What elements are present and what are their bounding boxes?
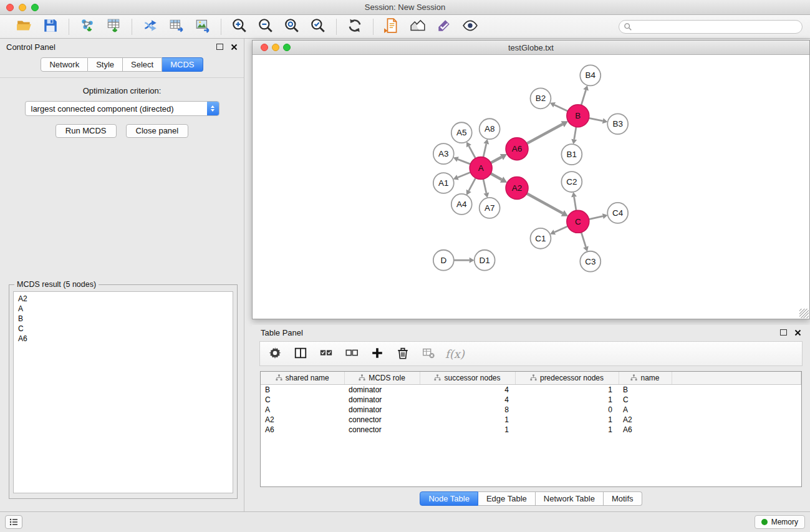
cell-mcds-role: dominator — [344, 405, 420, 415]
zoom-window-button[interactable] — [31, 4, 39, 11]
column-header-shared-name[interactable]: shared name — [261, 372, 344, 384]
import-table-button[interactable] — [103, 17, 124, 37]
close-panel-button[interactable]: Close panel — [126, 124, 189, 138]
mcds-result-item: B — [18, 314, 228, 324]
select-all-button[interactable] — [317, 345, 335, 362]
zoom-out-button[interactable] — [255, 17, 276, 37]
edge-A-A3[interactable] — [458, 159, 470, 164]
node-label-A1: A1 — [438, 178, 448, 188]
document-export-button[interactable] — [381, 17, 402, 37]
close-window-button[interactable] — [6, 4, 14, 11]
column-header-successor-nodes[interactable]: successor nodes — [420, 372, 515, 384]
show-hide-eye-button[interactable] — [460, 17, 481, 37]
cell-mcds-role: dominator — [344, 384, 420, 395]
table-row[interactable]: A2connector11A2 — [261, 415, 801, 425]
column-header-name[interactable]: name — [619, 372, 672, 384]
status-list-button[interactable] — [5, 515, 22, 529]
resize-grip[interactable] — [799, 309, 809, 318]
tab-mcds[interactable]: MCDS — [162, 57, 203, 72]
float-table-panel-icon[interactable] — [780, 329, 787, 336]
add-column-button[interactable] — [369, 345, 386, 362]
settings-gear-button[interactable] — [266, 345, 284, 362]
open-session-button[interactable] — [14, 17, 35, 37]
zoom-in-button[interactable] — [229, 17, 250, 37]
node-label-A8: A8 — [485, 124, 494, 133]
cell-shared-name: A6 — [261, 425, 344, 435]
tab-motifs[interactable]: Motifs — [604, 491, 642, 506]
toolbar-group — [132, 17, 221, 37]
table-row[interactable]: Cdominator41C — [261, 395, 801, 405]
minimize-window-button[interactable] — [19, 4, 26, 11]
column-header-predecessor-nodes[interactable]: predecessor nodes — [515, 372, 619, 384]
status-bar: Memory — [0, 511, 810, 532]
edge-A6-B[interactable] — [527, 124, 562, 143]
optimization-criterion-label: Optimization criterion: — [0, 86, 244, 95]
select-stepper-icon — [207, 102, 219, 115]
graphics-details-button[interactable] — [433, 17, 455, 37]
export-image-button[interactable] — [192, 17, 213, 37]
memory-button[interactable]: Memory — [755, 515, 805, 529]
first-neighbors-button[interactable] — [407, 17, 428, 37]
close-panel-icon[interactable] — [231, 44, 238, 51]
table-row[interactable]: Bdominator41B — [261, 384, 801, 395]
column-chooser-button[interactable] — [292, 345, 309, 362]
optimization-select[interactable]: largest connected component (directed) — [25, 101, 219, 116]
column-label: successor nodes — [444, 374, 500, 382]
node-label-A3: A3 — [438, 149, 448, 158]
edge-A-A2[interactable] — [491, 173, 502, 180]
node-label-C1: C1 — [535, 234, 546, 243]
mcds-result-item: C — [18, 324, 228, 334]
edge-arrowhead — [571, 192, 577, 198]
export-network-button[interactable] — [140, 17, 161, 37]
edge-A-A8[interactable] — [483, 144, 486, 157]
export-table-button[interactable] — [166, 17, 187, 37]
network-zoom-button[interactable] — [283, 44, 291, 51]
delete-column-button[interactable] — [394, 345, 412, 362]
network-canvas[interactable]: B4B2BB3A5A8A6B1A3AC2A1A2A4A7C4CC1C3DD1 — [253, 55, 809, 319]
delete-table-button[interactable] — [420, 345, 437, 362]
edge-C-C4[interactable] — [589, 216, 602, 220]
tab-network[interactable]: Network — [41, 57, 88, 72]
edge-A-A5[interactable] — [469, 146, 476, 158]
tab-select[interactable]: Select — [123, 57, 162, 72]
edge-A-A4[interactable] — [469, 178, 476, 190]
run-mcds-button[interactable]: Run MCDS — [55, 124, 117, 138]
tab-node-table[interactable]: Node Table — [420, 491, 478, 506]
table-row[interactable]: A6connector11A6 — [261, 425, 801, 435]
network-close-button[interactable] — [261, 44, 268, 51]
edge-C-C2[interactable] — [574, 197, 576, 211]
zoom-selected-button[interactable] — [307, 17, 329, 37]
import-network-button[interactable] — [77, 17, 98, 37]
close-table-panel-icon[interactable] — [794, 329, 801, 336]
list-icon — [9, 517, 19, 527]
network-window-title: testGlobe.txt — [253, 43, 809, 52]
zoom-fit-button[interactable] — [281, 17, 302, 37]
control-panel-tabs: NetworkStyleSelectMCDS — [0, 57, 244, 72]
edge-A-A7[interactable] — [483, 179, 486, 193]
edge-A2-C[interactable] — [527, 193, 563, 213]
tab-edge-table[interactable]: Edge Table — [478, 491, 536, 506]
settings-gear-icon — [268, 346, 282, 362]
table-row[interactable]: Adominator80A — [261, 405, 801, 415]
edge-B-B3[interactable] — [589, 118, 602, 121]
edge-B-B1[interactable] — [574, 127, 576, 139]
cell-predecessor-nodes: 1 — [515, 425, 619, 435]
network-minimize-button[interactable] — [272, 44, 279, 51]
function-builder-button[interactable]: f(x) — [445, 345, 465, 362]
node-label-A4: A4 — [456, 200, 467, 209]
deselect-all-button[interactable] — [343, 345, 360, 362]
tab-style[interactable]: Style — [88, 57, 123, 72]
float-panel-icon[interactable] — [216, 44, 223, 50]
refresh-button[interactable] — [344, 17, 365, 37]
edge-C-C1[interactable] — [554, 226, 567, 233]
edge-B-B4[interactable] — [581, 90, 586, 105]
column-label: shared name — [286, 374, 329, 382]
tab-network-table[interactable]: Network Table — [536, 491, 604, 506]
edge-B-B2[interactable] — [554, 105, 567, 111]
column-header-mcds-role[interactable]: MCDS role — [344, 372, 420, 384]
edge-C-C3[interactable] — [581, 233, 586, 247]
edge-A-A6[interactable] — [491, 157, 501, 163]
edge-A-A1[interactable] — [458, 172, 470, 177]
save-session-button[interactable] — [40, 17, 61, 37]
search-input[interactable] — [619, 20, 803, 34]
